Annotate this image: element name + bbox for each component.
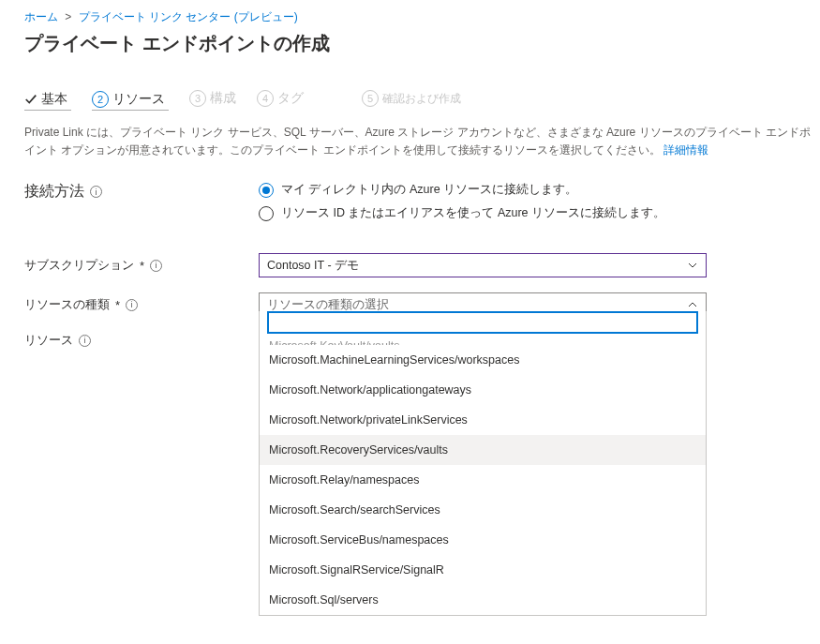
dropdown-item[interactable]: Microsoft.RecoveryServices/vaults [260, 435, 706, 465]
chevron-down-icon [687, 260, 698, 271]
breadcrumb-sep: > [65, 10, 71, 23]
step-basic-label: 基本 [41, 91, 67, 108]
connection-method-label: 接続方法 i [24, 182, 259, 202]
step-review[interactable]: 5 確認および作成 [362, 90, 461, 111]
dropdown-item[interactable]: Microsoft.Relay/namespaces [260, 465, 706, 495]
dropdown-item[interactable]: Microsoft.ServiceBus/namespaces [260, 525, 706, 555]
step-tags-label: タグ [277, 90, 304, 107]
subscription-value: Contoso IT - デモ [267, 258, 359, 274]
step-tags[interactable]: 4 タグ [257, 90, 304, 111]
dropdown-item[interactable]: Microsoft.MachineLearningServices/worksp… [260, 345, 706, 375]
breadcrumb: ホーム > プライベート リンク センター (プレビュー) [24, 9, 820, 25]
step-config-num: 3 [189, 90, 206, 107]
subscription-label: サブスクリプション* i [24, 257, 259, 274]
subscription-select[interactable]: Contoso IT - デモ [259, 253, 707, 277]
resource-type-dropdown: Microsoft.KeyVault/vaultsMicrosoft.Machi… [259, 311, 707, 616]
page-title: プライベート エンドポイントの作成 [24, 31, 820, 56]
step-review-label: 確認および作成 [382, 91, 461, 107]
step-resource-label: リソース [112, 91, 165, 108]
learn-more-link[interactable]: 詳細情報 [663, 143, 708, 157]
dropdown-search-input[interactable] [267, 311, 698, 334]
info-icon[interactable]: i [126, 299, 138, 311]
dropdown-item[interactable]: Microsoft.Network/applicationgateways [260, 375, 706, 405]
resource-label: リソース i [24, 332, 259, 349]
step-resource-num: 2 [92, 91, 109, 108]
breadcrumb-home[interactable]: ホーム [24, 10, 58, 23]
radio-my-directory-label: マイ ディレクトリ内の Azure リソースに接続します。 [281, 182, 577, 198]
radio-resource-id[interactable]: リソース ID またはエイリアスを使って Azure リソースに接続します。 [259, 205, 665, 221]
check-icon [24, 93, 37, 106]
connection-method-group: マイ ディレクトリ内の Azure リソースに接続します。 リソース ID また… [259, 182, 665, 221]
step-config[interactable]: 3 構成 [189, 90, 236, 111]
info-icon[interactable]: i [90, 186, 102, 198]
step-config-label: 構成 [210, 90, 236, 107]
resource-type-label: リソースの種類 * i [24, 296, 259, 313]
dropdown-item[interactable]: Microsoft.Network/privateLinkServices [260, 405, 706, 435]
dropdown-item[interactable]: Microsoft.Search/searchServices [260, 495, 706, 525]
radio-resource-id-label: リソース ID またはエイリアスを使って Azure リソースに接続します。 [281, 205, 665, 221]
info-icon[interactable]: i [150, 260, 162, 272]
wizard-steps: 基本 2 リソース 3 構成 4 タグ 5 確認および作成 [24, 90, 820, 111]
radio-my-directory[interactable]: マイ ディレクトリ内の Azure リソースに接続します。 [259, 182, 665, 198]
step-resource[interactable]: 2 リソース [92, 91, 169, 111]
dropdown-item[interactable]: Microsoft.Sql/servers [260, 585, 706, 615]
dropdown-list[interactable]: Microsoft.KeyVault/vaultsMicrosoft.Machi… [260, 339, 706, 615]
chevron-up-icon [687, 299, 698, 310]
breadcrumb-center[interactable]: プライベート リンク センター (プレビュー) [79, 10, 298, 23]
info-icon[interactable]: i [79, 335, 91, 347]
description: Private Link には、プライベート リンク サービス、SQL サーバー… [24, 124, 812, 159]
step-basic[interactable]: 基本 [24, 91, 71, 111]
resource-type-placeholder: リソースの種類の選択 [267, 297, 389, 313]
step-review-num: 5 [362, 90, 379, 107]
dropdown-item[interactable]: Microsoft.SignalRService/SignalR [260, 555, 706, 585]
step-tags-num: 4 [257, 90, 274, 107]
